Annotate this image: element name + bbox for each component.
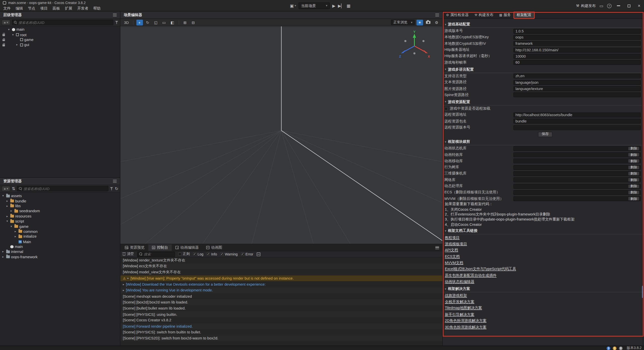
snap-add-tool[interactable]: ⊞ — [182, 20, 188, 25]
tab-animation-editor[interactable]: 动画编辑器 — [172, 244, 202, 251]
tab-service[interactable]: ▦ 服务 — [497, 12, 513, 18]
remote-url-input[interactable]: http://localhost:8083/assets/bundle — [513, 112, 641, 117]
delete-button[interactable]: 删除 — [628, 165, 639, 169]
console-search-input[interactable] — [144, 252, 173, 256]
panel-menu-icon[interactable] — [113, 14, 117, 16]
snap-remove-tool[interactable]: ⊟ — [190, 20, 196, 25]
expander-closed-icon[interactable]: ▸ — [5, 204, 9, 208]
help-icon[interactable]: ? — [607, 4, 612, 8]
preview-target-icon[interactable]: ▣ ▾ — [290, 4, 296, 8]
log-row[interactable]: [Window] ecs文件夹不存在 — [120, 263, 442, 269]
spine-path-input[interactable] — [513, 93, 641, 98]
filter-icon[interactable] — [110, 187, 113, 190]
asset-node-main-scene[interactable]: main — [0, 244, 120, 249]
create-node-button[interactable]: + ▾ — [2, 20, 10, 25]
tab-animation-graph[interactable]: 动画图 — [203, 244, 226, 251]
link-template-project[interactable]: 游戏模板项目 — [445, 241, 467, 247]
log-row[interactable]: [Scene] meshopt wasm decoder initialized — [120, 293, 442, 299]
section-solutions[interactable]: ▾ 框架解决方案 — [443, 286, 644, 292]
crypto-iv-input[interactable]: framework — [513, 41, 641, 46]
warning-count-badge[interactable]: 1 — [613, 346, 617, 350]
scale-tool[interactable]: ◱ — [153, 20, 159, 25]
link-guide-solution[interactable]: 新手引导解决方案 — [445, 312, 474, 317]
save-button[interactable]: 保存 — [538, 132, 552, 137]
log-row[interactable]: [Window] model_view文件夹不存在 — [120, 269, 442, 275]
delete-button[interactable]: 删除 — [628, 147, 639, 151]
log-row[interactable]: [Scene] [bullet]:bullet wasm lib loaded. — [120, 305, 442, 311]
asset-node-oops-framework[interactable]: ▸ oops-framework — [0, 254, 120, 259]
delete-button[interactable]: 删除 — [628, 171, 639, 176]
log-row-info[interactable]: [Scene] Forward render pipeline initiali… — [120, 323, 442, 329]
languages-input[interactable]: zh,en — [513, 74, 641, 79]
menu-project[interactable]: 项目 — [38, 6, 50, 11]
move-tool[interactable]: + — [136, 20, 143, 25]
http-timeout-input[interactable]: 10000 — [513, 54, 641, 59]
log-row[interactable]: [Scene] [PHYSICS2D]: switch from box2d-w… — [120, 335, 442, 341]
asset-node-initialize[interactable]: ▸ initialize — [0, 234, 120, 239]
maximize-button[interactable] — [626, 3, 632, 9]
view-mode-select[interactable]: 正常浏览 ▾ — [391, 20, 415, 25]
asset-node-bundle[interactable]: ▸ bundle — [0, 198, 120, 203]
menu-node[interactable]: 节点 — [25, 6, 38, 11]
minimize-button[interactable] — [615, 3, 622, 9]
expander-closed-icon[interactable]: ▸ — [10, 209, 13, 213]
delete-button[interactable]: 删除 — [628, 178, 639, 182]
panel-menu-icon[interactable] — [113, 180, 117, 183]
filter-warning-checkbox[interactable]: Warning — [220, 252, 238, 256]
asset-node-internal[interactable]: ▸ internal — [0, 249, 120, 254]
texture-path-input[interactable]: language/texture — [513, 86, 641, 91]
link-2d-rpg-solution[interactable]: 2D角色扮演游戏解决方案 — [445, 318, 487, 324]
expander-open-icon[interactable]: ▾ — [11, 33, 15, 36]
tab-build-publish[interactable]: ⚒ 构建发布 — [472, 12, 496, 18]
message-count-badge[interactable]: 3 — [607, 346, 611, 350]
frame-rate-input[interactable]: 60 — [513, 60, 641, 65]
game-version-input[interactable]: 1.0.5 — [513, 29, 641, 34]
log-row[interactable]: [Scene] Cocos Creator v3.8.2 — [120, 317, 442, 323]
expander-open-icon[interactable]: ▾ — [5, 220, 9, 223]
assets-search-input[interactable] — [23, 187, 106, 191]
clear-console-button[interactable]: 清空 — [123, 252, 134, 257]
collapse-logs-icon[interactable] — [257, 252, 260, 256]
tab-asset-preview[interactable]: 资源预览 — [121, 244, 148, 251]
expander-closed-icon[interactable]: ▸ — [14, 235, 17, 238]
axis-gizmo[interactable]: Y X Z — [397, 30, 432, 60]
link-tiledmap-solution[interactable]: Tiledmap地图解决方案 — [445, 305, 482, 311]
section-modules[interactable]: ▾ 框架模块裁剪 — [443, 139, 644, 145]
asset-node-script[interactable]: ▾ script — [0, 219, 120, 224]
camera-settings-icon[interactable] — [425, 20, 432, 25]
expander-closed-icon[interactable]: ▸ — [5, 214, 9, 218]
filter-icon[interactable] — [115, 21, 118, 24]
sort-icon[interactable]: ⇅ — [12, 186, 15, 191]
link-wargame-framework[interactable]: 战旗游戏框架 — [445, 293, 467, 298]
menu-help[interactable]: 帮助 — [91, 6, 103, 11]
log-row[interactable]: [Scene] [PHYSICS]: using builtin. — [120, 311, 442, 317]
filter-info-checkbox[interactable]: Info — [207, 252, 217, 256]
close-button[interactable]: × — [636, 3, 642, 9]
ui-region-tool[interactable]: ◧ — [169, 20, 176, 25]
link-api-docs[interactable]: API文档 — [445, 248, 458, 253]
menu-panel[interactable]: 面板 — [50, 6, 62, 11]
panel-layout-icon[interactable]: ▭ — [599, 4, 603, 8]
filter-log-checkbox[interactable]: Log — [193, 252, 203, 256]
refresh-icon[interactable]: ↻ — [115, 186, 118, 191]
delete-button[interactable]: 删除 — [628, 184, 639, 188]
log-expander-icon[interactable]: ▸ — [123, 283, 124, 286]
delete-button[interactable]: 删除 — [628, 153, 639, 157]
log-expander-icon[interactable]: ▸ — [123, 289, 124, 292]
expander-open-icon[interactable]: ▾ — [1, 194, 5, 198]
expander-closed-icon[interactable]: ▸ — [1, 250, 5, 253]
expander-closed-icon[interactable]: ▸ — [15, 43, 19, 47]
hierarchy-search-input[interactable] — [18, 20, 111, 24]
scene-select[interactable]: 当前场景 ▾ — [299, 3, 330, 9]
hierarchy-node-root[interactable]: ▾ root — [0, 32, 120, 37]
section-docs[interactable]: ▾ 框架文档工具链接 — [443, 228, 644, 235]
expander-closed-icon[interactable]: ▸ — [1, 255, 5, 258]
hierarchy-node-game[interactable]: game — [0, 37, 120, 42]
link-3d-rpg-solution[interactable]: 3D角色扮演游戏解决方案 — [445, 325, 487, 330]
panel-menu-icon[interactable] — [435, 246, 439, 249]
log-row[interactable]: [Scene] [PHYSICS]: switch from builtin t… — [120, 329, 442, 335]
asset-node-libs[interactable]: ▸ libs — [0, 203, 120, 208]
crypto-key-input[interactable]: oops — [513, 35, 641, 40]
menu-extension[interactable]: 扩展 — [62, 6, 75, 11]
link-fullstack-solution[interactable]: 全栈开发解决方案 — [445, 299, 474, 304]
